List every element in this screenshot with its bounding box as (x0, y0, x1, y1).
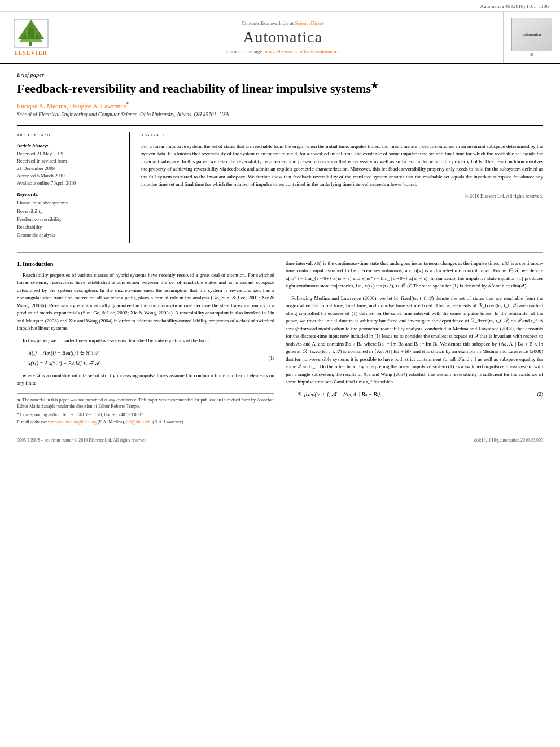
main-content: Brief paper Feedback-reversibility and r… (0, 64, 560, 454)
accepted-date: Accepted 5 March 2010 (17, 172, 121, 180)
issn-text: 0005-1098/$ – see front matter © 2010 El… (17, 438, 148, 443)
journal-title: Automatica (243, 28, 322, 46)
kw5: Geometric analysis (17, 231, 121, 239)
corresponding-footnote: * Corresponding author. Tel.: +1 740 593… (17, 412, 274, 418)
brief-paper-label: Brief paper (17, 72, 543, 78)
email-line: E-mail addresses: enrique.medina@ieee.or… (17, 419, 274, 425)
equation-1-block: ẋ(t) = A₀x(t) + B₀u(t) t ∈ ℝ \ 𝒯 x(τₖ) =… (28, 349, 274, 368)
eq2-number: (2) (537, 391, 544, 399)
right-para2: Following Medina and Lawrence (2008), we… (286, 295, 543, 386)
article-info-header: article info (17, 132, 121, 139)
section-num: 1. (17, 261, 21, 267)
elsevier-logo: ELSEVIER (14, 19, 49, 56)
kw3: Feedback-reversibility (17, 215, 121, 223)
contents-label: Contents lists available at (242, 20, 294, 26)
eq1a-text: ẋ(t) = A₀x(t) + B₀u(t) t ∈ ℝ \ 𝒯 (28, 349, 98, 357)
homepage-url[interactable]: www.elsevier.com/locate/automatica (265, 49, 339, 54)
equation-1-content: ẋ(t) = A₀x(t) + B₀u(t) t ∈ ℝ \ 𝒯 x(τₖ) =… (28, 349, 98, 368)
elsevier-tree-icon (14, 19, 49, 48)
intro-para3: where 𝒯 is a countably infinite set of s… (17, 372, 274, 387)
journal-center-area: Contents lists available at ScienceDirec… (62, 12, 504, 63)
svg-rect-6 (34, 31, 36, 38)
homepage-label: journal homepage: (226, 49, 264, 54)
abstract-text: For a linear impulsive system, the set o… (141, 143, 543, 189)
revised-label: Received in revised form (17, 158, 121, 165)
bottom-bar: 0005-1098/$ – see front matter © 2010 El… (17, 434, 543, 443)
sciencedirect-link[interactable]: ScienceDirect (295, 20, 323, 26)
journal-header: ELSEVIER Contents lists available at Sci… (0, 12, 560, 64)
email1-who: (E.A. Medina), (98, 420, 125, 425)
auto-icon: ⊞ (530, 53, 533, 57)
available-date: Available online 7 April 2010 (17, 180, 121, 187)
kw1: Linear impulsive systems (17, 199, 121, 207)
intro-section-title: 1. Introduction (17, 260, 274, 268)
abstract-header: abstract (141, 132, 543, 139)
equation-2-block: ℛ_fixed(t₀, t_f, 𝒯) = ⟨A₀, Aᵢ | B₀ + Bᵢ⟩… (297, 391, 543, 399)
info-abstract-section: article info Article history: Received 2… (17, 125, 543, 243)
elsevier-logo-area: ELSEVIER (0, 12, 62, 63)
section-title-text: Introduction (23, 261, 53, 267)
elsevier-brand-text: ELSEVIER (14, 50, 47, 56)
body-section: 1. Introduction Reachability properties … (17, 252, 543, 426)
title-star: ★ (371, 81, 378, 90)
keywords-label: Keywords: (17, 191, 121, 197)
body-right-col: time interval, x(t) is the continuous-ti… (286, 260, 543, 426)
authors-line: Enrique A. Medina, Douglas A. Lawrence* (17, 101, 543, 110)
auto-cover-img: automatica (511, 18, 552, 51)
automatica-thumbnail: automatica ⊞ (511, 18, 552, 57)
journal-homepage-line: journal homepage: www.elsevier.com/locat… (226, 49, 340, 54)
history-label: Article history: (17, 143, 121, 148)
article-info-col: article info Article history: Received 2… (17, 132, 130, 243)
eq1b-text: x(τₖ) = Aᵢx(τₖ⁻) + Bᵢu[k] τₖ ∈ 𝒯 (28, 360, 98, 368)
body-left-col: 1. Introduction Reachability properties … (17, 260, 274, 426)
corresponding-star: * (126, 101, 129, 107)
kw2: Reversibility (17, 207, 121, 215)
paper-title: Feedback-reversibility and reachability … (17, 81, 543, 97)
auto-cover-label: automatica (523, 32, 541, 37)
star-footnote: ★ The material in this paper was not pre… (17, 397, 274, 409)
top-bar: Automatica 46 (2010) 1101–1106 (0, 0, 560, 12)
sciencedirect-line: Contents lists available at ScienceDirec… (242, 20, 323, 26)
eq1-number: (1) (269, 355, 275, 362)
copyright-line: © 2010 Elsevier Ltd. All rights reserved… (141, 193, 543, 199)
title-text: Feedback-reversibility and reachability … (17, 81, 371, 95)
intro-para2: In this paper, we consider linear impuls… (17, 337, 274, 345)
eq2-text: ℛ_fixed(t₀, t_f, 𝒯) = ⟨A₀, Aᵢ | B₀ + Bᵢ⟩… (297, 391, 382, 399)
doi-text: doi:10.1016/j.automatica.2010.03.009 (474, 438, 543, 443)
abstract-col: abstract For a linear impulsive system, … (141, 132, 543, 243)
svg-rect-5 (26, 30, 28, 38)
intro-para1: Reachability properties of various class… (17, 272, 274, 333)
email-label: E-mail addresses: (17, 420, 49, 425)
email1-link[interactable]: enrique.medina@ieee.org (50, 420, 97, 425)
right-para1: time interval, x(t) is the continuous-ti… (286, 260, 543, 290)
keywords-block: Keywords: Linear impulsive systems Rever… (17, 191, 121, 238)
email2-link[interactable]: dal@ohio.edu (126, 420, 151, 425)
footnotes-area: ★ The material in this paper was not pre… (17, 393, 274, 426)
affiliation-line: School of Electrical Engineering and Com… (17, 112, 543, 117)
journal-logo-right: automatica ⊞ (504, 12, 560, 63)
received-date: Received 21 May 2009 (17, 150, 121, 158)
kw4: Reachability (17, 223, 121, 231)
revised-date: 21 December 2009 (17, 165, 121, 172)
email2-who: (D.A. Lawrence). (152, 420, 184, 425)
article-history-block: Article history: Received 21 May 2009 Re… (17, 143, 121, 187)
citation-text: Automatica 46 (2010) 1101–1106 (480, 3, 549, 9)
authors-text: Enrique A. Medina, Douglas A. Lawrence (17, 103, 126, 110)
